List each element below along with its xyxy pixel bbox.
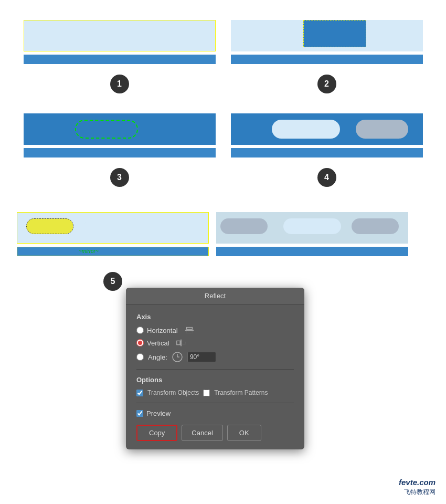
step-1-canvas bbox=[23, 16, 217, 68]
transform-patterns-label: Transform Patterns bbox=[214, 389, 268, 396]
step-number-3: 3 bbox=[110, 168, 129, 187]
step-number-5: 5 bbox=[103, 272, 122, 291]
step-3-cell: 3 bbox=[16, 104, 223, 197]
dialog-titlebar: Reflect bbox=[126, 288, 304, 304]
step-4-cell: 4 bbox=[223, 104, 430, 197]
svg-rect-5 bbox=[182, 341, 185, 344]
step-3-pill bbox=[75, 120, 138, 139]
vertical-radio[interactable] bbox=[136, 339, 144, 346]
horizontal-label: Horizontal bbox=[147, 327, 178, 334]
svg-rect-0 bbox=[185, 330, 193, 331]
step-1-canvas-wrap bbox=[21, 16, 218, 68]
step-5-pill-yellow bbox=[26, 218, 73, 234]
step-3-canvas bbox=[23, 109, 217, 162]
options-section-title: Options bbox=[136, 376, 294, 384]
step-4-canvas-wrap bbox=[228, 109, 425, 162]
watermark: fevte.com 飞特教程网 bbox=[399, 477, 436, 497]
angle-input[interactable] bbox=[187, 352, 216, 362]
step-3-bar bbox=[24, 148, 216, 158]
step-5r-pill2 bbox=[283, 218, 341, 234]
step-2-blue-rect bbox=[303, 20, 366, 47]
divider-2 bbox=[136, 403, 294, 403]
steps-grid: 1 2 3 bbox=[0, 0, 446, 203]
vertical-label: Vertical bbox=[147, 339, 169, 347]
step-5-green-text: ~mirror~ bbox=[79, 248, 99, 254]
dialog-body: Axis Horizontal Vertical Angle: bbox=[126, 304, 304, 449]
vertical-reflect-icon bbox=[176, 339, 186, 347]
dialog-title: Reflect bbox=[205, 292, 226, 300]
step-5r-canvas bbox=[215, 208, 409, 260]
svg-rect-2 bbox=[186, 331, 192, 333]
ok-button[interactable]: OK bbox=[227, 425, 261, 441]
angle-label: Angle: bbox=[148, 353, 167, 361]
step-1-bg-rect bbox=[24, 20, 216, 51]
step-1-cell: 1 bbox=[16, 10, 223, 104]
cancel-button[interactable]: Cancel bbox=[182, 425, 222, 441]
options-section: Options Transform Objects Transform Patt… bbox=[136, 376, 294, 396]
svg-rect-4 bbox=[176, 341, 179, 344]
horizontal-radio[interactable] bbox=[136, 327, 144, 334]
step-1-bar bbox=[24, 55, 216, 64]
step-4-pill-gray bbox=[356, 120, 408, 139]
clock-icon bbox=[172, 351, 183, 363]
step-4-canvas bbox=[230, 109, 424, 162]
step-5-row: ~mirror~ 5 bbox=[0, 203, 446, 296]
dialog-buttons: Copy Cancel OK bbox=[136, 425, 294, 441]
step-4-bar bbox=[231, 148, 423, 158]
step-5-pill-white bbox=[84, 218, 142, 234]
transform-patterns-checkbox[interactable] bbox=[203, 390, 210, 396]
copy-button[interactable]: Copy bbox=[136, 425, 177, 441]
horizontal-radio-row: Horizontal bbox=[136, 326, 294, 334]
transform-objects-label: Transform Objects bbox=[147, 389, 199, 396]
transform-objects-checkbox[interactable] bbox=[136, 390, 143, 396]
transform-objects-row: Transform Objects Transform Patterns bbox=[136, 389, 294, 396]
step-5-bar bbox=[17, 247, 209, 256]
vertical-radio-row: Vertical bbox=[136, 339, 294, 347]
angle-radio[interactable] bbox=[136, 353, 144, 361]
step-2-canvas bbox=[230, 16, 424, 68]
axis-section-title: Axis bbox=[136, 313, 294, 321]
step-3-canvas-wrap bbox=[21, 109, 218, 162]
step-5r-canvas-wrap bbox=[215, 208, 409, 260]
watermark-line1: fevte.com bbox=[399, 477, 436, 488]
angle-radio-row: Angle: bbox=[136, 351, 294, 363]
step-2-canvas-wrap bbox=[228, 16, 425, 68]
step-2-cell: 2 bbox=[223, 10, 430, 104]
step-number-1: 1 bbox=[110, 75, 129, 93]
watermark-line2: 飞特教程网 bbox=[399, 488, 436, 497]
svg-rect-1 bbox=[186, 328, 192, 330]
step-5-canvas-wrap: ~mirror~ bbox=[16, 208, 210, 260]
step-5r-bar bbox=[216, 247, 408, 256]
step-5-canvas: ~mirror~ bbox=[16, 208, 210, 260]
svg-rect-3 bbox=[180, 340, 182, 346]
step-2-bar bbox=[231, 55, 423, 64]
preview-checkbox[interactable] bbox=[136, 410, 143, 417]
preview-row: Preview bbox=[136, 410, 294, 417]
step-5r-pill1 bbox=[220, 218, 268, 234]
reflect-dialog: Reflect Axis Horizontal Vertical bbox=[126, 288, 304, 449]
step-number-2: 2 bbox=[317, 75, 336, 93]
step-5-right bbox=[215, 208, 409, 260]
preview-label: Preview bbox=[146, 410, 171, 417]
step-4-pill-white bbox=[272, 120, 340, 139]
step-5r-pill3 bbox=[352, 218, 399, 234]
step-5-left: ~mirror~ 5 bbox=[16, 208, 210, 291]
horizontal-reflect-icon bbox=[184, 326, 195, 334]
step-number-4: 4 bbox=[317, 168, 336, 187]
divider bbox=[136, 369, 294, 370]
step-5-num-row: 5 bbox=[103, 266, 122, 291]
